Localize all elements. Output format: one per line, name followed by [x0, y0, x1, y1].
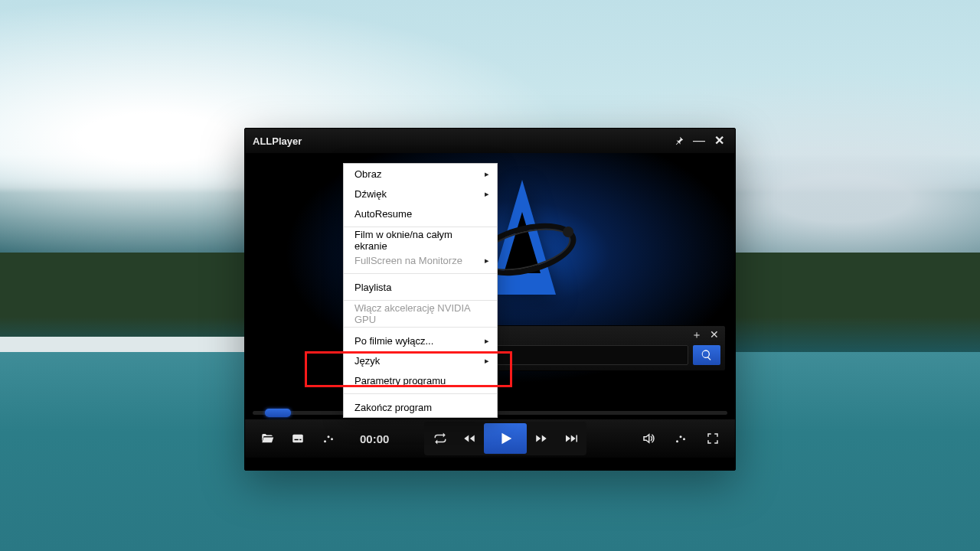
fast-forward-button[interactable] — [527, 425, 556, 452]
volume-button[interactable] — [637, 427, 660, 450]
progress-thumb[interactable] — [265, 409, 291, 417]
rewind-icon — [462, 432, 476, 445]
fullscreen-icon — [706, 432, 720, 445]
menu-separator — [344, 273, 497, 274]
playlist-search-input[interactable] — [481, 345, 688, 365]
playlist-close-button[interactable]: ✕ — [710, 329, 719, 340]
playlist-panel[interactable]: ＋ ✕ — [475, 325, 726, 371]
repeat-icon — [433, 432, 447, 445]
svg-rect-0 — [292, 435, 303, 443]
svg-point-4 — [328, 435, 330, 438]
open-file-button[interactable] — [256, 427, 279, 450]
menu-item-autoresume[interactable]: AutoResume — [344, 204, 497, 223]
svg-point-5 — [331, 438, 333, 440]
rewind-button[interactable] — [455, 425, 484, 452]
play-button[interactable] — [484, 423, 527, 454]
menu-item-fullscreen-na-monitorze: FullScreen na Monitorze — [344, 250, 497, 270]
menu-separator — [344, 300, 497, 301]
minimize-icon[interactable]: — — [691, 133, 707, 148]
menu-item-dzwiek[interactable]: Dźwięk — [344, 184, 497, 204]
search-icon — [701, 349, 713, 361]
sliders-icon — [322, 432, 335, 445]
svg-rect-1 — [295, 439, 299, 441]
pin-icon[interactable] — [671, 133, 688, 148]
svg-rect-2 — [299, 439, 301, 441]
context-menu[interactable]: ObrazDźwiękAutoResumeFilm w oknie/na cał… — [343, 163, 498, 418]
audio-settings-button[interactable] — [669, 427, 692, 450]
fast-forward-icon — [534, 432, 548, 445]
skip-next-icon — [564, 432, 577, 445]
svg-point-3 — [324, 440, 326, 442]
close-icon[interactable]: ✕ — [710, 133, 727, 148]
transport-controls — [424, 422, 586, 455]
menu-item-wacz-akceleracje-nvidia-gpu: Włącz akcelerację NVIDIA GPU — [344, 304, 497, 324]
play-icon — [497, 430, 514, 447]
menu-separator — [344, 327, 497, 328]
menu-item-jezyk[interactable]: Język — [344, 350, 497, 370]
subtitles-icon — [291, 432, 305, 445]
svg-point-6 — [676, 440, 678, 442]
audio-sliders-icon — [674, 432, 688, 445]
repeat-button[interactable] — [426, 425, 455, 452]
svg-point-8 — [683, 438, 685, 440]
time-display: 00:00 — [360, 432, 389, 445]
menu-separator — [344, 227, 497, 227]
open-folder-icon — [260, 432, 274, 445]
skip-next-button[interactable] — [556, 425, 585, 452]
subtitles-button[interactable] — [286, 427, 309, 450]
menu-item-parametry-programu[interactable]: Parametry programu — [344, 370, 497, 390]
menu-item-obraz[interactable]: Obraz — [344, 164, 497, 184]
menu-item-film-w-okniena-caym-ekranie[interactable]: Film w oknie/na całym ekranie — [344, 230, 497, 250]
fullscreen-button[interactable] — [701, 427, 724, 450]
video-settings-button[interactable] — [317, 427, 340, 450]
menu-separator — [344, 393, 497, 394]
volume-icon — [642, 432, 655, 445]
controls-bar: 00:00 — [245, 419, 735, 458]
svg-point-7 — [680, 435, 682, 438]
menu-item-po-filmie-wyacz[interactable]: Po filmie wyłącz... — [344, 331, 497, 350]
playlist-search-button[interactable] — [693, 345, 720, 365]
app-title: ALLPlayer — [253, 135, 302, 147]
menu-item-zakoncz-program[interactable]: Zakończ program — [344, 397, 497, 417]
titlebar[interactable]: ALLPlayer — ✕ — [245, 129, 735, 153]
menu-item-playlista[interactable]: Playlista — [344, 277, 497, 297]
playlist-add-button[interactable]: ＋ — [691, 329, 702, 340]
